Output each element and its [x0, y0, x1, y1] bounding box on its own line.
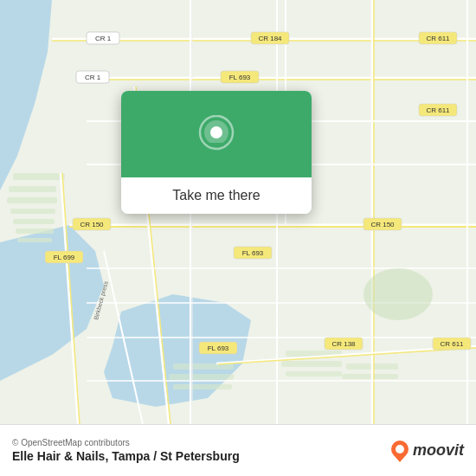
svg-text:FL 693: FL 693	[242, 249, 264, 257]
svg-rect-5	[13, 173, 65, 180]
svg-text:CR 150: CR 150	[80, 221, 104, 228]
svg-text:CR 150: CR 150	[370, 221, 395, 228]
svg-text:CR 611: CR 611	[426, 35, 450, 42]
map-container: CR 1 CR 184 CR 611 CR 1 FL 693 CR 611 CR…	[0, 0, 476, 424]
svg-rect-11	[17, 238, 52, 242]
svg-rect-19	[342, 374, 398, 379]
svg-text:CR 1: CR 1	[95, 35, 112, 42]
popup-green-area	[121, 91, 312, 177]
svg-text:CR 1: CR 1	[85, 74, 101, 81]
svg-rect-13	[169, 374, 234, 380]
svg-marker-77	[206, 143, 227, 160]
take-me-there-button[interactable]: Take me there	[121, 177, 312, 214]
svg-rect-7	[7, 197, 57, 203]
svg-text:FL 693: FL 693	[229, 74, 251, 81]
moovit-logo-icon	[390, 440, 409, 462]
svg-rect-16	[281, 361, 342, 367]
svg-text:CR 611: CR 611	[426, 106, 450, 114]
svg-text:CR 138: CR 138	[331, 340, 356, 348]
popup-card: Take me there	[121, 91, 312, 214]
svg-point-76	[210, 126, 222, 138]
svg-text:FL 693: FL 693	[208, 344, 229, 352]
svg-rect-14	[173, 384, 232, 389]
location-pin-icon	[197, 115, 235, 160]
moovit-logo: moovit	[390, 440, 464, 462]
moovit-text: moovit	[413, 441, 464, 460]
svg-rect-6	[9, 186, 56, 192]
bottom-left: © OpenStreetMap contributors Elle Hair &…	[12, 438, 240, 463]
svg-rect-10	[16, 228, 54, 234]
svg-rect-9	[13, 219, 55, 224]
svg-text:CR 611: CR 611	[440, 340, 464, 348]
svg-point-80	[396, 445, 404, 453]
place-name: Elle Hair & Nails, Tampa / St Petersburg	[12, 449, 240, 463]
svg-text:FL 699: FL 699	[54, 254, 75, 261]
svg-text:CR 184: CR 184	[258, 35, 282, 42]
osm-credit: © OpenStreetMap contributors	[12, 438, 240, 447]
svg-point-73	[363, 268, 433, 320]
bottom-bar: © OpenStreetMap contributors Elle Hair &…	[0, 424, 476, 476]
svg-marker-81	[394, 455, 406, 462]
svg-rect-17	[286, 371, 342, 376]
svg-rect-8	[10, 209, 55, 214]
